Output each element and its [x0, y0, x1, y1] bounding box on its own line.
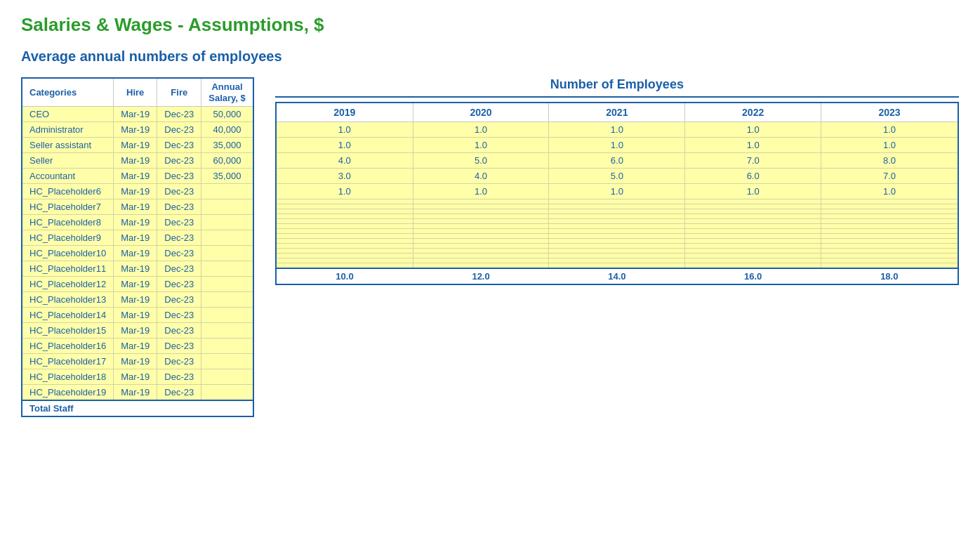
cell-category: Administrator [22, 122, 114, 138]
cell-category: HC_Placeholder17 [22, 354, 114, 369]
cell-salary [201, 369, 253, 385]
right-total-row: 10.012.014.016.018.0 [276, 268, 958, 284]
cell-employees: 8.0 [821, 153, 958, 169]
col-header-salary: AnnualSalary, $ [201, 78, 253, 107]
right-table-row [276, 224, 958, 229]
cell-hire: Mar-19 [114, 308, 157, 323]
left-table-row: HC_Placeholder14 Mar-19 Dec-23 [22, 308, 253, 323]
cell-employees [276, 258, 413, 263]
cell-employees [685, 263, 821, 269]
cell-employees [276, 263, 413, 269]
cell-category: HC_Placeholder9 [22, 230, 114, 246]
right-table-row: 4.05.06.07.08.0 [276, 153, 958, 169]
cell-salary: 60,000 [201, 153, 253, 169]
cell-hire: Mar-19 [114, 122, 157, 138]
cell-fire: Dec-23 [157, 369, 201, 385]
cell-fire: Dec-23 [157, 354, 201, 369]
cell-fire: Dec-23 [157, 107, 201, 122]
cell-employees [549, 199, 685, 204]
cell-employees [549, 214, 685, 219]
cell-total: 10.0 [276, 268, 413, 284]
cell-employees: 1.0 [821, 184, 958, 199]
page-subtitle: Average annual numbers of employees [21, 48, 959, 65]
cell-employees: 5.0 [413, 153, 549, 169]
cell-employees [685, 204, 821, 209]
cell-category: Seller assistant [22, 138, 114, 153]
cell-category: HC_Placeholder16 [22, 339, 114, 354]
cell-employees [821, 249, 958, 254]
cell-employees [413, 219, 549, 224]
cell-employees [413, 229, 549, 234]
cell-hire: Mar-19 [114, 261, 157, 277]
cell-category: HC_Placeholder19 [22, 385, 114, 401]
cell-category: HC_Placeholder8 [22, 215, 114, 230]
cell-fire: Dec-23 [157, 138, 201, 153]
cell-employees [549, 229, 685, 234]
cell-employees [549, 244, 685, 249]
cell-fire: Dec-23 [157, 230, 201, 246]
cell-employees: 3.0 [276, 169, 413, 184]
cell-salary [201, 323, 253, 339]
right-section: Number of Employees 20192020202120222023… [275, 77, 959, 285]
col-header-fire: Fire [157, 78, 201, 107]
cell-total: 14.0 [549, 268, 685, 284]
cell-employees [685, 199, 821, 204]
left-table-row: HC_Placeholder13 Mar-19 Dec-23 [22, 292, 253, 308]
cell-employees [549, 234, 685, 239]
cell-employees [276, 249, 413, 254]
cell-salary [201, 261, 253, 277]
cell-employees [413, 254, 549, 258]
cell-employees [821, 258, 958, 263]
cell-hire: Mar-19 [114, 339, 157, 354]
left-table-row: HC_Placeholder7 Mar-19 Dec-23 [22, 199, 253, 215]
left-table-row: HC_Placeholder8 Mar-19 Dec-23 [22, 215, 253, 230]
cell-category: HC_Placeholder10 [22, 246, 114, 261]
cell-employees [821, 254, 958, 258]
cell-employees [549, 204, 685, 209]
cell-employees [276, 229, 413, 234]
cell-category: HC_Placeholder12 [22, 277, 114, 292]
cell-employees [276, 204, 413, 209]
right-table-row [276, 249, 958, 254]
col-header-year: 2019 [276, 103, 413, 122]
cell-category: HC_Placeholder13 [22, 292, 114, 308]
cell-employees [821, 234, 958, 239]
cell-fire: Dec-23 [157, 385, 201, 401]
left-table-row: HC_Placeholder19 Mar-19 Dec-23 [22, 385, 253, 401]
right-table-row [276, 239, 958, 244]
cell-fire: Dec-23 [157, 261, 201, 277]
col-header-year: 2023 [821, 103, 958, 122]
cell-employees: 7.0 [821, 169, 958, 184]
cell-employees: 5.0 [549, 169, 685, 184]
cell-employees: 4.0 [276, 153, 413, 169]
cell-employees: 1.0 [276, 184, 413, 199]
cell-employees [276, 244, 413, 249]
cell-hire: Mar-19 [114, 292, 157, 308]
cell-category: HC_Placeholder7 [22, 199, 114, 215]
left-table-row: HC_Placeholder15 Mar-19 Dec-23 [22, 323, 253, 339]
cell-employees: 1.0 [821, 138, 958, 153]
cell-fire: Dec-23 [157, 323, 201, 339]
cell-hire: Mar-19 [114, 215, 157, 230]
cell-fire: Dec-23 [157, 153, 201, 169]
cell-employees [685, 249, 821, 254]
cell-fire: Dec-23 [157, 199, 201, 215]
cell-employees [276, 199, 413, 204]
cell-employees [413, 249, 549, 254]
cell-employees [821, 214, 958, 219]
cell-hire: Mar-19 [114, 169, 157, 184]
cell-hire: Mar-19 [114, 153, 157, 169]
cell-salary [201, 292, 253, 308]
right-table-row [276, 244, 958, 249]
right-table-row [276, 229, 958, 234]
cell-employees [413, 209, 549, 214]
left-table-row: Seller assistant Mar-19 Dec-23 35,000 [22, 138, 253, 153]
total-row: Total Staff [22, 400, 253, 416]
left-table-row: HC_Placeholder9 Mar-19 Dec-23 [22, 230, 253, 246]
cell-employees [549, 219, 685, 224]
cell-employees [549, 249, 685, 254]
left-table-row: HC_Placeholder16 Mar-19 Dec-23 [22, 339, 253, 354]
cell-category: HC_Placeholder14 [22, 308, 114, 323]
cell-salary [201, 230, 253, 246]
col-header-hire: Hire [114, 78, 157, 107]
